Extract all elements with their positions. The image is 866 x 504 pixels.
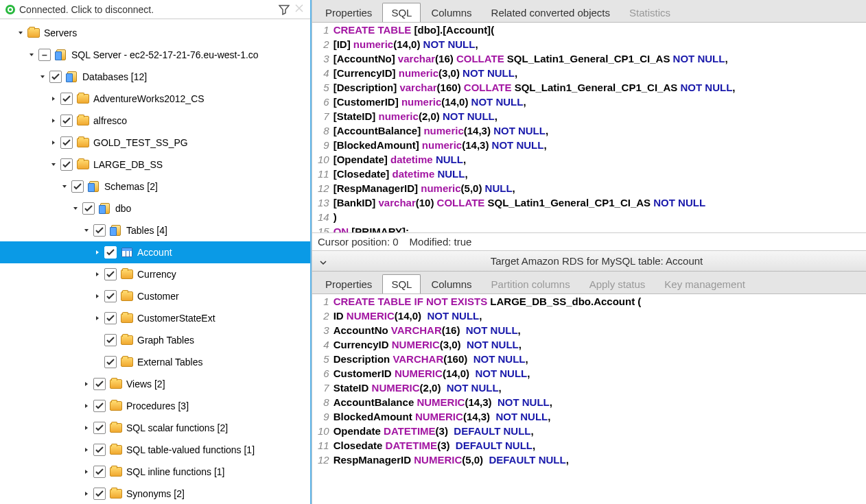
tree-checkbox[interactable] (38, 49, 51, 61)
tree-checkbox[interactable] (60, 136, 73, 149)
tree-checkbox[interactable] (104, 356, 117, 368)
tree-label: Tables [4] (126, 225, 167, 236)
tree-db-LARGE_DB_SS[interactable]: LARGE_DB_SS (0, 154, 310, 176)
tree-databases[interactable]: Databases [12] (0, 66, 310, 88)
tree-checkbox[interactable] (60, 115, 73, 127)
expand-icon[interactable] (82, 402, 91, 410)
tree-db-alfresco[interactable]: alfresco (0, 110, 310, 132)
editor-status-bar: Cursor position: 0 Modified: true (312, 232, 866, 251)
tree-servers[interactable]: Servers (0, 22, 310, 44)
folder-icon (110, 422, 122, 434)
tree-label: SQL table-valued functions [1] (126, 444, 255, 455)
collapse-icon[interactable] (71, 204, 80, 213)
tree-table-Currency[interactable]: Currency (0, 263, 310, 285)
tree-table-Account[interactable]: Account (0, 241, 310, 263)
target-sql-editor[interactable]: 123456789101112 CREATE TABLE IF NOT EXIS… (312, 294, 866, 504)
tree-checkbox[interactable] (60, 158, 73, 171)
tab-properties[interactable]: Properties (316, 274, 381, 293)
source-sql-editor[interactable]: 123456789101112131415 CREATE TABLE [dbo]… (312, 23, 866, 232)
tree-checkbox[interactable] (104, 290, 117, 302)
connection-bar[interactable]: Connected. Click to disconnect. (0, 0, 310, 19)
tree-tables[interactable]: Tables [4] (0, 219, 310, 241)
expand-icon[interactable] (82, 490, 91, 498)
collapse-icon[interactable] (60, 182, 69, 191)
tree-checkbox[interactable] (49, 71, 62, 83)
tab-apply-status: Apply status (581, 274, 655, 293)
cursor-position: Cursor position: 0 (318, 236, 399, 248)
tree-label: SQL scalar functions [2] (126, 422, 228, 433)
tree-label: LARGE_DB_SS (93, 159, 163, 170)
expand-icon[interactable] (49, 117, 58, 125)
tree-checkbox[interactable] (93, 378, 106, 390)
tree-checkbox[interactable] (93, 466, 106, 478)
tree-procedures[interactable]: Procedures [3] (0, 395, 310, 417)
tree-db-AdventureWorks2012_CS[interactable]: AdventureWorks2012_CS (0, 88, 310, 110)
expand-icon[interactable] (82, 380, 91, 388)
tree-checkbox[interactable] (93, 444, 106, 456)
expand-icon[interactable] (93, 358, 102, 366)
source-tabs: PropertiesSQLColumnsRelated converted ob… (312, 0, 866, 23)
collapse-icon[interactable] (49, 160, 58, 169)
tree-sql[interactable]: SQL table-valued functions [1] (0, 439, 310, 461)
tree-label: External Tables (137, 357, 202, 368)
tree-checkbox[interactable] (93, 400, 106, 412)
tree-checkbox[interactable] (104, 246, 117, 259)
expand-icon[interactable] (82, 446, 91, 454)
tree-checkbox[interactable] (93, 488, 106, 500)
tab-columns[interactable]: Columns (422, 3, 480, 22)
tree-label: SQL inline functions [1] (126, 466, 224, 477)
tree-views[interactable]: Views [2] (0, 373, 310, 395)
tree-checkbox[interactable] (71, 180, 84, 193)
tree-folder-External-Tables[interactable]: External Tables (0, 351, 310, 373)
tree-label: Account (137, 247, 172, 258)
collapse-icon[interactable] (27, 51, 36, 59)
filter-icon[interactable] (279, 4, 290, 15)
folder-icon (121, 334, 133, 346)
expand-icon[interactable] (93, 248, 102, 256)
tree-table-CustomerStateExt[interactable]: CustomerStateExt (0, 307, 310, 329)
tree-checkbox[interactable] (93, 422, 106, 434)
collapse-icon[interactable] (16, 29, 25, 37)
tab-sql[interactable]: SQL (382, 274, 421, 293)
collapse-icon[interactable] (38, 73, 47, 81)
tab-related-converted-objects[interactable]: Related converted objects (482, 3, 619, 22)
tree-checkbox[interactable] (60, 93, 73, 105)
table-icon (121, 290, 133, 302)
tree-synonyms[interactable]: Synonyms [2] (0, 483, 310, 504)
expand-icon[interactable] (49, 139, 58, 147)
object-tree[interactable]: ServersSQL Server - ec2-52-17-21-76.eu-w… (0, 19, 310, 504)
tree-sql[interactable]: SQL inline functions [1] (0, 461, 310, 483)
tab-columns[interactable]: Columns (422, 274, 480, 293)
target-section-header[interactable]: Target Amazon RDS for MySQL table: Accou… (312, 251, 866, 272)
tree-label: alfresco (93, 115, 127, 126)
expand-icon[interactable] (82, 424, 91, 432)
tree-checkbox[interactable] (93, 224, 106, 237)
expand-icon[interactable] (93, 314, 102, 322)
tree-checkbox[interactable] (104, 312, 117, 324)
collapse-icon[interactable] (82, 226, 91, 235)
expand-icon[interactable] (93, 336, 102, 344)
target-header-title: Target Amazon RDS for MySQL table: Accou… (334, 255, 859, 267)
expand-icon[interactable] (49, 95, 58, 103)
tree-label: Customer (137, 291, 179, 302)
expand-icon[interactable] (82, 468, 91, 476)
tree-checkbox[interactable] (104, 268, 117, 280)
tree-server[interactable]: SQL Server - ec2-52-17-21-76.eu-west-1.c… (0, 44, 310, 66)
table-icon (121, 312, 133, 324)
tree-label: SQL Server - ec2-52-17-21-76.eu-west-1.c… (71, 49, 259, 60)
tree-label: Databases [12] (82, 71, 147, 82)
tree-db-GOLD_TEST_SS_PG[interactable]: GOLD_TEST_SS_PG (0, 132, 310, 154)
expand-icon[interactable] (93, 292, 102, 300)
clear-filter-icon (294, 3, 305, 16)
tab-properties[interactable]: Properties (316, 3, 381, 22)
expand-icon[interactable] (93, 270, 102, 278)
tree-checkbox[interactable] (104, 334, 117, 346)
tree-schema-dbo[interactable]: dbo (0, 197, 310, 219)
schemas-icon (88, 180, 100, 193)
tree-schemas[interactable]: Schemas [2] (0, 176, 310, 197)
tree-checkbox[interactable] (82, 202, 95, 215)
tree-folder-Graph-Tables[interactable]: Graph Tables (0, 329, 310, 351)
tree-sql[interactable]: SQL scalar functions [2] (0, 417, 310, 439)
tab-sql[interactable]: SQL (382, 3, 421, 22)
tree-table-Customer[interactable]: Customer (0, 285, 310, 307)
